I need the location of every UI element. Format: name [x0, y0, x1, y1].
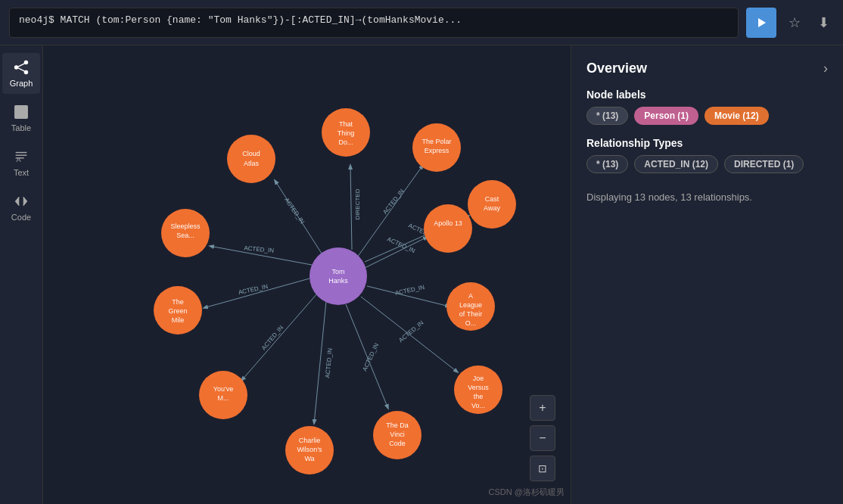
sidebar-text-label: Text: [14, 168, 29, 177]
zoom-in-button[interactable]: +: [530, 395, 555, 421]
svg-line-5: [18, 68, 25, 71]
svg-text:ACTED_IN: ACTED_IN: [381, 188, 406, 216]
badge-directed[interactable]: DIRECTED (1): [724, 155, 804, 173]
badge-person[interactable]: Person (1): [634, 107, 698, 125]
rel-badges: * (13) ACTED_IN (12) DIRECTED (1): [586, 155, 828, 173]
node-badges: * (13) Person (1) Movie (12): [586, 107, 828, 125]
relationship-types-section: Relationship Types * (13) ACTED_IN (12) …: [586, 137, 828, 173]
sidebar-item-table[interactable]: Table: [2, 98, 40, 138]
sidebar-graph-label: Graph: [10, 79, 33, 88]
node-da-vinci[interactable]: [373, 411, 422, 459]
svg-line-17: [350, 165, 352, 250]
query-input[interactable]: neo4j$ MATCH (tom:Person {name: "Tom Han…: [9, 8, 739, 38]
badge-all-nodes[interactable]: * (13): [586, 107, 628, 125]
status-text: Displaying 13 nodes, 13 relationships.: [586, 191, 828, 203]
sidebar: Graph Table A Text Code: [0, 45, 43, 504]
watermark: CSDN @洛杉矶暖男: [489, 487, 565, 498]
svg-line-23: [204, 278, 310, 308]
svg-text:A: A: [17, 156, 22, 163]
overview-title: Overview: [586, 61, 647, 76]
node-apollo[interactable]: [424, 204, 472, 253]
svg-rect-6: [15, 106, 28, 119]
run-button[interactable]: [746, 8, 776, 38]
svg-text:DIRECTED: DIRECTED: [354, 188, 361, 219]
node-charlie-wilson[interactable]: [285, 426, 334, 474]
svg-point-1: [14, 65, 19, 70]
node-cloud-atlas[interactable]: [227, 135, 275, 183]
node-labels-heading: Node labels: [586, 89, 828, 101]
sidebar-item-text[interactable]: A Text: [2, 142, 40, 183]
node-sleepless[interactable]: [161, 209, 210, 257]
svg-text:ACTED_IN: ACTED_IN: [324, 347, 333, 378]
svg-text:ACTED_IN: ACTED_IN: [260, 324, 285, 351]
favorite-icon[interactable]: ☆: [784, 12, 805, 33]
graph-area[interactable]: ACTED_IN DIRECTED ACTED_IN ACTED_IN ACTE…: [43, 45, 571, 504]
svg-line-27: [314, 301, 326, 424]
node-that-thing[interactable]: [322, 108, 370, 157]
relationship-types-heading: Relationship Types: [586, 137, 828, 149]
zoom-controls: + − ⊡: [530, 395, 555, 481]
download-icon[interactable]: ⬇: [813, 12, 834, 33]
node-polar-express[interactable]: [412, 123, 461, 172]
svg-line-4: [18, 64, 25, 67]
node-joe-versus[interactable]: [454, 366, 502, 414]
overview-header: Overview ›: [586, 61, 828, 76]
badge-all-rels[interactable]: * (13): [586, 155, 628, 173]
sidebar-code-label: Code: [11, 213, 31, 222]
node-tom-hanks[interactable]: [310, 247, 367, 305]
node-castaway[interactable]: [468, 180, 516, 229]
node-youve-got-mail[interactable]: [199, 371, 247, 419]
main-layout: Graph Table A Text Code ACTED_IN: [0, 45, 843, 504]
node-league[interactable]: [446, 282, 495, 331]
svg-text:ACTED_IN: ACTED_IN: [394, 284, 425, 297]
node-green-mile[interactable]: [154, 286, 202, 334]
zoom-out-button[interactable]: −: [530, 425, 555, 451]
graph-svg: ACTED_IN DIRECTED ACTED_IN ACTED_IN ACTE…: [43, 45, 571, 504]
svg-marker-0: [758, 18, 766, 27]
overview-chevron-icon[interactable]: ›: [823, 61, 828, 76]
node-labels-section: Node labels * (13) Person (1) Movie (12): [586, 89, 828, 125]
topbar: neo4j$ MATCH (tom:Person {name: "Tom Han…: [0, 0, 843, 45]
overview-panel: Overview › Node labels * (13) Person (1)…: [571, 45, 843, 504]
sidebar-table-label: Table: [11, 123, 31, 132]
badge-movie[interactable]: Movie (12): [705, 107, 769, 125]
svg-text:ACTED_IN: ACTED_IN: [244, 244, 274, 254]
svg-text:ACTED_IN: ACTED_IN: [397, 319, 425, 344]
svg-line-25: [241, 294, 317, 381]
zoom-fit-button[interactable]: ⊡: [530, 456, 555, 481]
sidebar-item-graph[interactable]: Graph: [2, 53, 40, 94]
svg-text:ACTED_IN: ACTED_IN: [361, 342, 380, 372]
sidebar-item-code[interactable]: Code: [2, 187, 40, 228]
svg-text:ACTED_IN: ACTED_IN: [283, 197, 306, 226]
badge-acted-in[interactable]: ACTED_IN (12): [634, 155, 718, 173]
